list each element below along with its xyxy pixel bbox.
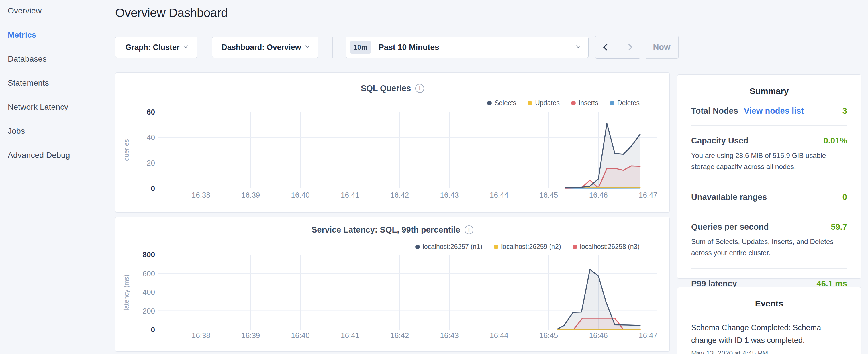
divider [691,212,847,212]
dashboard-dropdown[interactable]: Dashboard: Overview [212,37,318,58]
summary-value: 0 [842,192,847,202]
view-nodes-list-link[interactable]: View nodes list [744,106,804,116]
summary-row-unavailable-ranges: Unavailable ranges 0 [691,192,847,202]
graph-scope-label: Graph: Cluster [125,43,179,52]
chevron-down-icon [183,43,188,48]
svg-text:16:39: 16:39 [241,331,260,340]
time-window-selector[interactable]: 10m Past 10 Minutes [346,37,589,58]
divider [691,268,847,269]
graph-scope-dropdown[interactable]: Graph: Cluster [115,37,197,58]
legend-label: Deletes [617,99,640,107]
svg-text:16:42: 16:42 [390,191,409,199]
summary-label: Capacity Used [691,136,748,146]
legend-dot-icon [528,101,532,105]
summary-description: Sum of Selects, Updates, Inserts, and De… [691,236,847,258]
svg-text:16:38: 16:38 [192,191,210,199]
svg-text:0: 0 [151,184,155,193]
sidebar-item-advanced-debug[interactable]: Advanced Debug [8,151,107,160]
service-latency-card: Service Latency: SQL, 99th percentile i … [115,217,670,352]
svg-text:40: 40 [147,133,155,142]
summary-row-total-nodes: Total Nodes View nodes list 3 [691,106,847,116]
chevron-down-icon [305,43,310,48]
sidebar-item-metrics[interactable]: Metrics [8,30,107,39]
sidebar: Overview Metrics Databases Statements Ne… [0,0,107,354]
legend-item: Updates [528,99,560,107]
svg-text:queries: queries [123,139,130,161]
event-timestamp: May 13, 2020 at 4:45 PM [691,349,847,354]
events-panel: Events Schema Change Completed: Schema c… [677,287,861,354]
legend-dot-icon [610,101,614,105]
sidebar-item-databases[interactable]: Databases [8,55,107,64]
sidebar-item-jobs[interactable]: Jobs [8,127,107,136]
legend-label: Inserts [579,99,598,107]
svg-text:16:41: 16:41 [341,331,359,340]
summary-row-qps: Queries per second 59.7 [691,222,847,232]
svg-text:16:44: 16:44 [490,331,508,340]
svg-text:16:46: 16:46 [589,191,608,199]
svg-text:16:41: 16:41 [341,191,359,199]
svg-text:latency (ms): latency (ms) [123,275,130,310]
legend-label: Selects [495,99,516,107]
sidebar-item-overview[interactable]: Overview [8,6,107,15]
svg-text:16:47: 16:47 [639,191,657,199]
chevron-right-icon [626,43,632,51]
sidebar-item-network-latency[interactable]: Network Latency [8,102,107,112]
page-title: Overview Dashboard [115,6,228,20]
svg-text:800: 800 [143,250,155,259]
summary-row-capacity: Capacity Used 0.01% [691,136,847,146]
now-button[interactable]: Now [645,35,679,59]
svg-text:16:46: 16:46 [589,331,608,340]
divider [691,182,847,182]
metrics-page: Overview Metrics Databases Statements Ne… [0,0,868,354]
svg-text:600: 600 [143,269,155,278]
svg-text:16:39: 16:39 [241,191,260,199]
chart-title: Service Latency: SQL, 99th percentile [311,225,460,234]
summary-description: You are using 28.6 MiB of 515.9 GiB usab… [691,150,847,172]
time-window-badge: 10m [350,41,371,54]
info-icon[interactable]: i [465,225,473,234]
events-title: Events [691,299,847,309]
svg-text:16:40: 16:40 [291,191,310,199]
service-latency-chart[interactable]: 020040060080016:3816:3916:4016:4116:4216… [116,249,670,350]
summary-label: Unavailable ranges [691,192,767,202]
svg-text:16:45: 16:45 [539,191,558,199]
summary-label: Queries per second [691,222,769,232]
svg-text:400: 400 [143,288,155,296]
legend-item: Selects [487,99,516,107]
summary-label: Total Nodes [691,106,738,116]
svg-text:0: 0 [151,325,155,334]
sql-queries-chart[interactable]: 020406016:3816:3916:4016:4116:4216:4316:… [116,107,670,212]
summary-value: 0.01% [824,136,847,146]
time-back-button[interactable] [595,36,618,58]
chart-legend: Selects Updates Inserts Deletes [487,99,640,107]
summary-value: 59.7 [831,222,847,232]
chevron-down-icon [576,43,581,48]
svg-text:200: 200 [143,307,155,315]
sidebar-item-statements[interactable]: Statements [8,78,107,88]
svg-text:16:40: 16:40 [291,331,310,340]
legend-dot-icon [571,101,576,105]
dashboard-label: Dashboard: Overview [221,43,301,52]
time-forward-button[interactable] [618,36,641,58]
divider [691,125,847,126]
summary-value: 3 [842,106,847,116]
event-item[interactable]: Schema Change Completed: Schema change w… [691,322,829,347]
legend-item: Deletes [610,99,640,107]
svg-text:16:43: 16:43 [440,191,459,199]
svg-text:20: 20 [147,159,155,167]
svg-text:60: 60 [147,108,155,116]
svg-text:16:38: 16:38 [192,331,210,340]
time-step-buttons [595,35,641,59]
time-window-label: Past 10 Minutes [378,43,577,52]
svg-text:16:42: 16:42 [390,331,409,340]
summary-panel: Summary Total Nodes View nodes list 3 Ca… [677,74,861,279]
sql-queries-card: SQL Queries i Selects Updates Inserts De… [115,72,670,213]
legend-item: Inserts [571,99,598,107]
svg-text:16:45: 16:45 [539,331,558,340]
summary-title: Summary [691,86,847,96]
legend-label: Updates [535,99,560,107]
svg-text:16:43: 16:43 [440,331,459,340]
legend-dot-icon [487,101,492,105]
svg-text:16:47: 16:47 [639,331,657,340]
info-icon[interactable]: i [415,84,424,93]
